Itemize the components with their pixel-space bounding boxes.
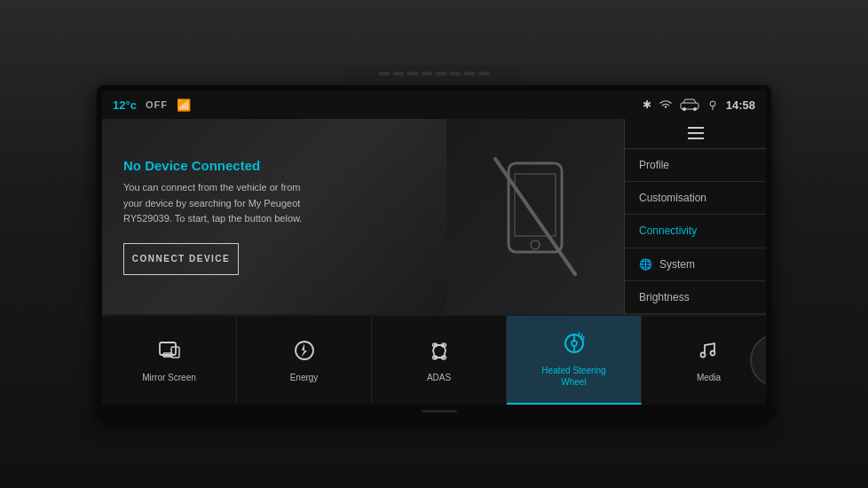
nav-label-media: Media bbox=[697, 372, 721, 383]
main-content: No Device Connected You can connect from… bbox=[102, 119, 766, 314]
menu-label-brightness: Brightness bbox=[639, 291, 690, 303]
menu-item-connectivity[interactable]: Connectivity bbox=[625, 215, 766, 248]
svg-point-3 bbox=[710, 101, 715, 106]
nav-item-heated-steering[interactable]: Heated SteeringWheel bbox=[507, 316, 642, 405]
nav-item-media[interactable]: Media bbox=[642, 316, 766, 405]
svg-rect-5 bbox=[515, 174, 556, 236]
hamburger-icon[interactable] bbox=[688, 127, 704, 139]
svg-point-6 bbox=[531, 240, 540, 249]
car-surround: 12°c OFF 📶 ✱ bbox=[0, 0, 868, 488]
sidebar-menu: Profile Customisation Connectivity 🌐 Sys… bbox=[624, 119, 766, 314]
vent-slat bbox=[407, 72, 418, 75]
nav-label-mirror-screen: Mirror Screen bbox=[142, 372, 196, 383]
status-right: ✱ bbox=[643, 98, 755, 112]
temperature-display: 12°c bbox=[113, 98, 137, 112]
off-label: OFF bbox=[146, 99, 168, 110]
menu-header bbox=[625, 119, 766, 149]
globe-icon: 🌐 bbox=[639, 258, 652, 271]
phone-icon-area bbox=[446, 119, 624, 314]
nav-item-energy[interactable]: Energy bbox=[237, 316, 372, 405]
menu-item-system[interactable]: 🌐 System bbox=[625, 248, 766, 281]
nav-item-adas[interactable]: ADAS bbox=[372, 316, 507, 405]
menu-label-connectivity: Connectivity bbox=[639, 224, 697, 237]
bluetooth-icon: ✱ bbox=[643, 98, 651, 111]
svg-point-23 bbox=[710, 350, 714, 355]
vent-slat bbox=[464, 72, 475, 75]
hamburger-line bbox=[688, 138, 704, 139]
hamburger-line bbox=[688, 132, 704, 134]
svg-point-22 bbox=[700, 352, 705, 357]
vent-slat bbox=[422, 72, 432, 75]
location-icon bbox=[706, 98, 719, 111]
vent-slat bbox=[379, 72, 390, 75]
energy-icon bbox=[292, 338, 317, 366]
hamburger-line bbox=[688, 127, 704, 129]
svg-point-1 bbox=[683, 107, 686, 111]
media-icon bbox=[697, 338, 722, 366]
svg-point-19 bbox=[572, 341, 577, 346]
menu-item-brightness[interactable]: Brightness bbox=[625, 281, 766, 314]
menu-label-profile: Profile bbox=[639, 159, 669, 171]
adas-icon bbox=[427, 338, 452, 366]
vent-slat bbox=[478, 72, 489, 75]
nav-label-heated-steering: Heated SteeringWheel bbox=[541, 365, 605, 388]
wifi-status-icon bbox=[659, 99, 673, 110]
menu-label-customisation: Customisation bbox=[639, 192, 706, 204]
bottom-nav: Mirror Screen Energy bbox=[102, 316, 766, 405]
nav-label-adas: ADAS bbox=[427, 372, 451, 383]
screen-bezel: 12°c OFF 📶 ✱ bbox=[97, 85, 771, 422]
no-device-description: You can connect from the vehicle or from… bbox=[123, 180, 319, 227]
svg-marker-13 bbox=[301, 343, 307, 358]
vent-slat bbox=[393, 72, 404, 75]
menu-label-system: System bbox=[659, 258, 695, 271]
menu-item-customisation[interactable]: Customisation bbox=[625, 182, 766, 215]
bottom-physical-bar bbox=[102, 405, 777, 417]
mirror-screen-icon bbox=[157, 338, 182, 366]
wifi-icon: 📶 bbox=[177, 98, 191, 112]
svg-point-2 bbox=[693, 107, 697, 111]
vent-slat bbox=[436, 72, 446, 75]
svg-rect-10 bbox=[164, 355, 171, 357]
svg-rect-4 bbox=[509, 163, 562, 252]
status-left: 12°c OFF 📶 bbox=[113, 98, 191, 112]
nav-label-energy: Energy bbox=[290, 372, 319, 383]
top-vent bbox=[345, 66, 523, 82]
clock-display: 14:58 bbox=[726, 98, 755, 112]
connect-device-button[interactable]: CONNECT DEVICE bbox=[123, 243, 239, 275]
nav-item-mirror-screen[interactable]: Mirror Screen bbox=[102, 316, 237, 405]
menu-item-profile[interactable]: Profile bbox=[625, 149, 766, 182]
status-bar: 12°c OFF 📶 ✱ bbox=[102, 91, 766, 119]
car-icon bbox=[680, 98, 699, 111]
heated-steering-icon bbox=[562, 331, 587, 359]
connectivity-panel: No Device Connected You can connect from… bbox=[102, 119, 446, 314]
no-phone-icon bbox=[486, 154, 584, 279]
screen: 12°c OFF 📶 ✱ bbox=[102, 91, 766, 405]
no-device-title: No Device Connected bbox=[123, 158, 425, 173]
vent-slat bbox=[450, 72, 461, 75]
